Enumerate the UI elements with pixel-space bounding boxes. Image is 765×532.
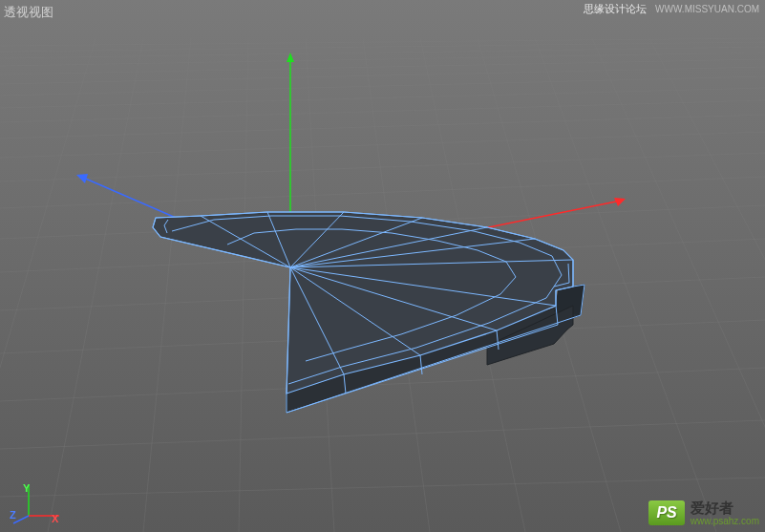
brand-name: 爱好者: [691, 500, 759, 517]
svg-line-12: [0, 420, 765, 449]
svg-line-26: [0, 59, 765, 74]
perspective-viewport[interactable]: [0, 0, 765, 532]
svg-line-29: [0, 42, 765, 52]
svg-line-27: [0, 53, 765, 66]
svg-line-1: [48, 38, 143, 532]
axis-z-label: Z: [10, 509, 16, 521]
svg-line-3: [239, 38, 248, 532]
brand-text: 爱好者 www.psahz.com: [691, 500, 759, 527]
axis-y-label: Y: [23, 482, 30, 494]
mesh-top-face: [153, 212, 573, 394]
forum-url: WWW.MISSYUAN.COM: [655, 4, 759, 14]
watermark-forum: 思缘设计论坛 WWW.MISSYUAN.COM: [584, 2, 759, 16]
svg-line-9: [592, 38, 765, 532]
mesh-object[interactable]: [153, 212, 584, 413]
viewport-canvas[interactable]: [0, 0, 765, 532]
svg-line-10: [649, 38, 765, 532]
svg-line-23: [0, 88, 765, 108]
svg-line-24: [0, 76, 765, 96]
brand-watermark: PS 爱好者 www.psahz.com: [648, 500, 759, 527]
forum-name: 思缘设计论坛: [584, 3, 647, 14]
brand-badge: PS: [648, 500, 684, 525]
svg-line-28: [0, 47, 765, 58]
svg-line-22: [0, 100, 765, 122]
svg-line-19: [0, 153, 765, 181]
svg-line-2: [143, 38, 191, 532]
svg-line-0: [0, 38, 96, 532]
svg-line-30: [0, 38, 765, 46]
view-label: 透视视图: [4, 4, 53, 21]
brand-url: www.psahz.com: [691, 516, 759, 526]
svg-line-21: [0, 115, 765, 138]
svg-line-20: [0, 132, 765, 158]
axis-x-label: X: [52, 513, 58, 524]
svg-line-25: [0, 67, 765, 84]
svg-line-11: [0, 478, 765, 497]
